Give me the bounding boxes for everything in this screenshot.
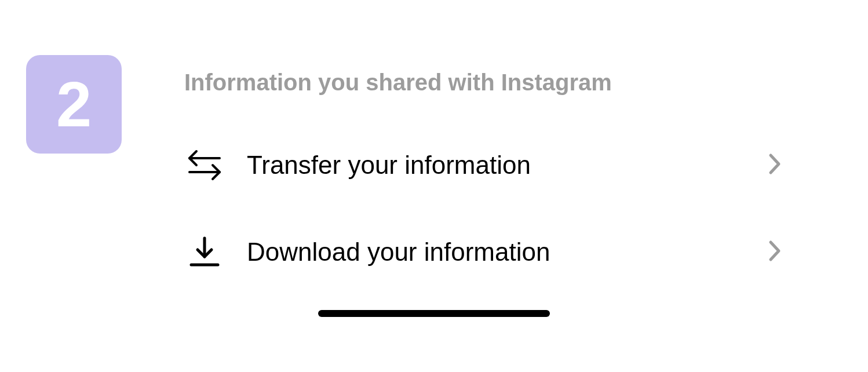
step-number: 2 [56,72,92,136]
transfer-information-item[interactable]: Transfer your information [184,148,781,183]
download-information-item[interactable]: Download your information [184,235,781,269]
menu-item-label: Transfer your information [247,151,781,180]
transfer-icon [184,148,225,183]
chevron-right-icon [768,153,781,177]
home-indicator[interactable] [318,310,550,317]
section-header: Information you shared with Instagram [184,70,781,96]
menu-item-label: Download your information [247,238,781,267]
step-badge: 2 [26,55,122,154]
chevron-right-icon [768,240,781,264]
download-icon [184,235,225,269]
settings-section: Information you shared with Instagram Tr… [184,70,781,322]
